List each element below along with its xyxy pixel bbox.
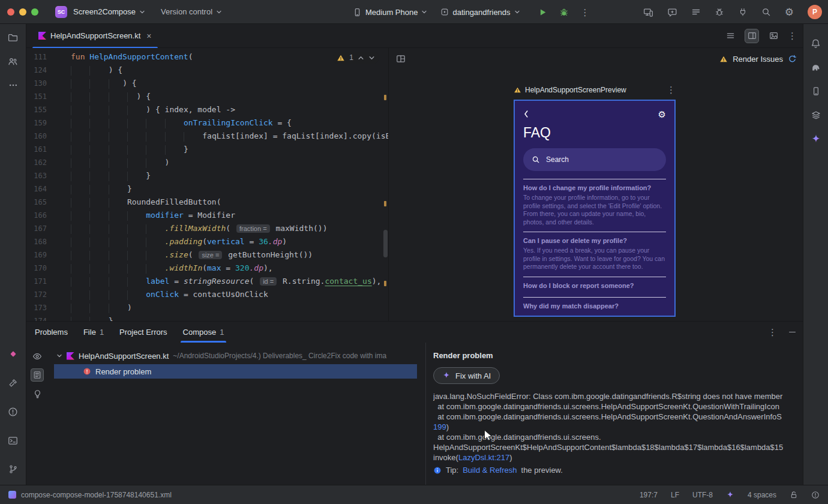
editor-scrollbar[interactable]	[383, 230, 388, 257]
device-manager-icon[interactable]	[808, 83, 824, 100]
project-folder-icon[interactable]	[5, 29, 22, 46]
error-stripe-mark[interactable]	[384, 95, 386, 100]
device-connection-icon[interactable]	[738, 7, 748, 17]
code-line[interactable]: 162)	[26, 156, 388, 169]
running-devices-icon[interactable]	[643, 7, 653, 17]
code-line[interactable]: 171label = stringResource( id = R.string…	[26, 275, 388, 288]
panel-tab-problems[interactable]: Problems	[35, 322, 68, 343]
resource-manager-icon[interactable]	[808, 107, 824, 124]
terminal-icon[interactable]	[5, 432, 22, 449]
code-line[interactable]: 124) {	[26, 64, 388, 77]
code-line[interactable]: 130) {	[26, 77, 388, 90]
window-zoom-button[interactable]	[31, 8, 38, 16]
code-line[interactable]: 174}	[26, 314, 388, 321]
people-icon[interactable]	[5, 53, 22, 70]
todo-list-icon[interactable]	[691, 7, 701, 17]
preview-layout-icon[interactable]	[396, 54, 406, 64]
version-control-menu[interactable]: Version control	[161, 7, 222, 16]
code-line[interactable]: 165RoundedFilledButton(	[26, 196, 388, 209]
editor-options-kebab[interactable]: ⋮	[788, 31, 797, 40]
device-selector[interactable]: Medium Phone	[353, 8, 427, 17]
code-editor[interactable]: 111fun HelpAndSupportContent(124) {130) …	[26, 48, 389, 321]
ai-chat-icon[interactable]	[667, 7, 677, 17]
panel-tab-compose[interactable]: Compose1	[183, 322, 224, 343]
panel-tab-project-errors[interactable]: Project Errors	[119, 322, 167, 343]
panel-minimize-icon[interactable]	[789, 332, 796, 333]
preview-toggle-icon[interactable]	[31, 368, 44, 382]
editor-tab[interactable]: HelpAndSupportScreen.kt ×	[32, 24, 158, 48]
statusbar-file[interactable]: compose-compose-model-1758748140651.xml	[21, 491, 172, 499]
inspection-widget[interactable]: 1	[333, 52, 379, 64]
logcat-icon[interactable]	[5, 346, 22, 362]
code-line[interactable]: 161}	[26, 143, 388, 156]
phone-preview[interactable]: ⚙ FAQ Search How do I change my profile …	[514, 100, 676, 317]
code-line[interactable]: 173)	[26, 301, 388, 314]
build-icon[interactable]	[5, 374, 22, 391]
window-minimize-button[interactable]	[19, 8, 26, 16]
code-line[interactable]: 167.fillMaxWidth( fraction = maxWidth())	[26, 222, 388, 235]
build-refresh-link[interactable]: Build & Refresh	[463, 466, 517, 475]
code-line[interactable]: 160faqList[index] = faqList[index].copy(…	[26, 130, 388, 143]
gemini-sparkle-icon[interactable]	[808, 131, 824, 148]
back-chevron-icon[interactable]	[523, 109, 529, 119]
tree-error-row[interactable]: Render problem	[54, 364, 417, 379]
project-selector[interactable]: Screen2Compose	[73, 7, 145, 16]
faq-question[interactable]: Can I pause or delete my profile?	[523, 237, 666, 244]
indent-setting[interactable]: 4 spaces	[748, 491, 776, 499]
code-line[interactable]: 170.widthIn(max = 320.dp),	[26, 262, 388, 275]
faq-search-bar[interactable]: Search	[523, 148, 666, 171]
tab-close-icon[interactable]: ×	[146, 31, 151, 41]
preview-name[interactable]: HelpAndSupportScreenPreview	[525, 86, 626, 94]
user-avatar[interactable]: P	[808, 5, 822, 19]
code-line[interactable]: 159onTrailingIconClick = {	[26, 116, 388, 130]
line-separator[interactable]: LF	[671, 491, 679, 499]
profiler-icon[interactable]	[715, 7, 724, 17]
faq-question[interactable]: How do I block or report someone?	[523, 282, 666, 289]
code-line[interactable]: 164}	[26, 182, 388, 196]
run-configuration-selector[interactable]: datingandfriends	[440, 8, 520, 17]
notifications-indicator-icon[interactable]	[811, 491, 820, 499]
file-encoding[interactable]: UTF-8	[692, 491, 713, 499]
render-issues-label[interactable]: Render Issues	[733, 55, 783, 64]
settings-gear-icon[interactable]: ⚙	[658, 110, 666, 119]
caret-position[interactable]: 197:7	[640, 491, 658, 499]
debug-button[interactable]	[559, 7, 569, 17]
window-close-button[interactable]	[7, 8, 14, 16]
code-line[interactable]: 163}	[26, 169, 388, 182]
code-line[interactable]: 168.padding(vertical = 36.dp)	[26, 235, 388, 248]
notifications-bell-icon[interactable]	[808, 35, 824, 52]
design-view-button[interactable]	[766, 29, 781, 43]
problems-icon[interactable]	[5, 403, 22, 420]
git-branch-icon[interactable]	[5, 461, 22, 478]
panel-options-kebab[interactable]: ⋮	[768, 328, 777, 337]
settings-gear-icon[interactable]: ⚙	[785, 7, 794, 17]
stack-link[interactable]: 199	[433, 422, 446, 431]
eye-icon[interactable]	[31, 350, 44, 363]
next-issue-chevron-down-icon[interactable]	[368, 55, 375, 61]
code-line[interactable]: 169.size( size = getButtonHeight())	[26, 248, 388, 262]
code-line[interactable]: 166modifier = Modifier	[26, 209, 388, 222]
search-icon[interactable]	[761, 7, 771, 17]
lightbulb-icon[interactable]	[31, 387, 44, 400]
faq-question[interactable]: How do I change my profile information?	[523, 184, 666, 191]
ai-sparkle-icon[interactable]	[726, 491, 734, 499]
gradle-icon[interactable]	[808, 59, 824, 76]
refresh-icon[interactable]	[788, 55, 797, 64]
lock-open-icon[interactable]	[790, 491, 798, 499]
faq-question[interactable]: Why did my match disappear?	[523, 302, 666, 310]
more-tool-windows-icon[interactable]	[5, 77, 22, 94]
code-line[interactable]: 172onClick = contactUsOnClick	[26, 288, 388, 301]
more-actions-button[interactable]: ⋮	[581, 8, 590, 17]
error-stripe-mark[interactable]	[384, 201, 386, 206]
run-button[interactable]	[538, 8, 547, 17]
preview-options-kebab[interactable]: ⋮	[667, 85, 676, 94]
stack-link[interactable]: LazyDsl.kt:217	[458, 453, 509, 462]
prev-issue-chevron-up-icon[interactable]	[358, 55, 364, 61]
split-view-button[interactable]	[745, 29, 759, 43]
error-stripe-mark[interactable]	[384, 281, 386, 286]
code-view-button[interactable]	[723, 29, 737, 43]
panel-tab-file[interactable]: File1	[83, 322, 104, 343]
fix-with-ai-button[interactable]: Fix with AI	[433, 367, 500, 384]
code-line[interactable]: 151) {	[26, 90, 388, 103]
tree-file-row[interactable]: HelpAndSupportScreen.kt ~/AndroidStudioP…	[48, 349, 425, 363]
